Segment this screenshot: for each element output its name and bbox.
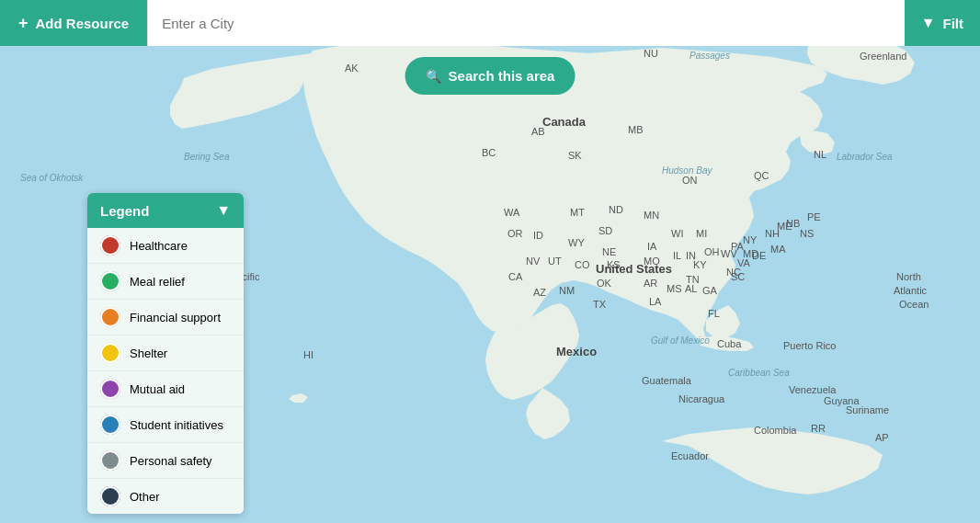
legend-item[interactable]: Meal relief (87, 264, 244, 300)
toolbar: + Add Resource ▼ Filt (0, 0, 980, 46)
legend-item-label: Healthcare (130, 239, 188, 253)
svg-point-7 (101, 451, 120, 470)
legend-item[interactable]: Shelter (87, 335, 244, 371)
filter-label: Filt (943, 16, 964, 31)
legend-header[interactable]: Legend ▼ (87, 193, 244, 228)
legend-item-icon (100, 450, 120, 471)
legend-item-icon (100, 486, 120, 506)
legend-item-label: Meal relief (130, 275, 185, 289)
legend-item-label: Mutual aid (130, 382, 185, 396)
legend-item[interactable]: Personal safety (87, 443, 244, 479)
legend-item[interactable]: Financial support (87, 300, 244, 335)
city-input[interactable] (147, 0, 904, 46)
legend-item-icon (100, 307, 120, 327)
legend-item-icon (100, 415, 120, 435)
legend-item-label: Student initiatives (130, 418, 223, 432)
svg-point-5 (101, 380, 120, 398)
legend-item[interactable]: Healthcare (87, 228, 244, 264)
legend-item-icon (100, 379, 120, 399)
legend-item-label: Financial support (130, 311, 221, 324)
svg-point-6 (101, 415, 120, 434)
legend-item-label: Personal safety (130, 454, 212, 468)
add-resource-label: Add Resource (36, 16, 130, 31)
legend-item-icon (100, 235, 120, 256)
filter-button[interactable]: ▼ Filt (905, 0, 980, 46)
search-icon: 🔍 (426, 69, 441, 84)
svg-point-1 (101, 236, 120, 255)
legend-item-icon (100, 271, 120, 291)
add-resource-button[interactable]: + Add Resource (0, 0, 147, 46)
svg-point-2 (101, 272, 120, 290)
svg-point-3 (101, 308, 120, 326)
chevron-down-icon: ▼ (216, 202, 231, 219)
legend-item[interactable]: Other (87, 479, 244, 514)
legend: Legend ▼ Healthcare Meal relief Financia… (87, 193, 244, 514)
legend-title: Legend (100, 203, 149, 219)
filter-icon: ▼ (921, 15, 936, 31)
legend-item-label: Other (130, 490, 160, 504)
svg-point-8 (101, 487, 120, 506)
legend-item-label: Shelter (130, 347, 167, 360)
search-area-button[interactable]: 🔍 Search this area (405, 57, 575, 95)
legend-item[interactable]: Student initiatives (87, 407, 244, 443)
search-area-label: Search this area (449, 68, 555, 84)
plus-icon: + (18, 14, 28, 33)
svg-point-4 (101, 344, 120, 362)
legend-item-icon (100, 343, 120, 363)
legend-item[interactable]: Mutual aid (87, 371, 244, 407)
legend-items: Healthcare Meal relief Financial support… (87, 228, 244, 514)
